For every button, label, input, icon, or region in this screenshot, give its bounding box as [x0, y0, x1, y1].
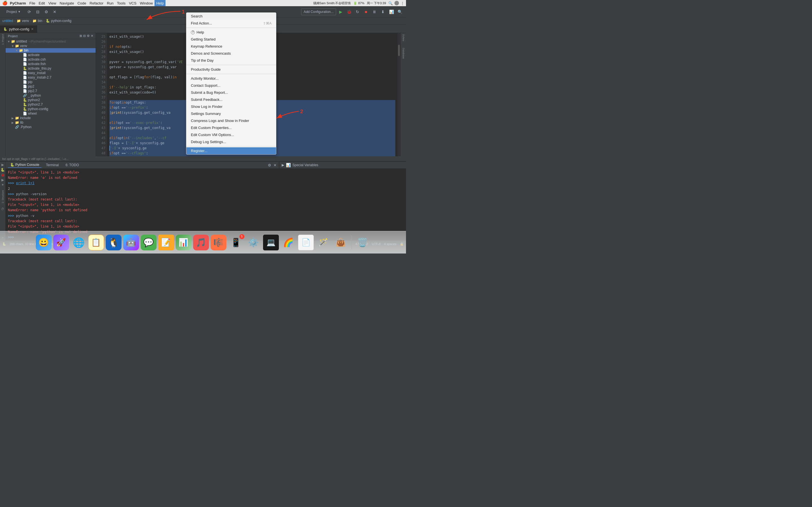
menu-vcs[interactable]: VCS [127, 0, 138, 6]
database-icon[interactable]: Database [402, 48, 405, 59]
toolbar-sync[interactable]: ⟳ [26, 8, 33, 16]
menu-navigate[interactable]: Navigate [58, 0, 75, 6]
help-menu-keymap[interactable]: Keymap Reference [186, 43, 276, 50]
help-menu-activity[interactable]: Activity Monitor... [186, 75, 276, 82]
structure-icon[interactable]: 2: Structure [1, 190, 4, 203]
help-menu-bug[interactable]: Submit a Bug Report... [186, 89, 276, 96]
help-menu-settings-summary[interactable]: Settings Summary [186, 110, 276, 117]
tree-item-pip2[interactable]: 📄 pip2 [6, 84, 96, 89]
toolbar-run[interactable]: ▶ [337, 8, 345, 16]
breadcrumb-python-config[interactable]: python-config [51, 19, 71, 23]
toolbar-collapse[interactable]: ⊟ [34, 8, 42, 16]
run-icon[interactable]: ▶ [1, 163, 4, 167]
tree-item-wheel[interactable]: 📄 wheel [6, 111, 96, 116]
dock-pycharm[interactable]: 🤖 [123, 235, 139, 250]
help-menu-getting-started[interactable]: Getting Started [186, 36, 276, 43]
help-menu-contact[interactable]: Contact Support... [186, 82, 276, 89]
help-menu-find-action[interactable]: Find Action... ⇧⌘A [186, 20, 276, 27]
help-menu-compress-logs[interactable]: Compress Logs and Show in Finder [186, 117, 276, 124]
sidebar-collapse-all[interactable]: ⊟ [83, 34, 86, 38]
toolbar-debug[interactable]: 🐞 [345, 8, 353, 16]
sidebar-expand-all[interactable]: ⊞ [80, 34, 82, 38]
search-icon[interactable]: 🔍 [388, 1, 393, 5]
help-menu-help[interactable]: ? Help [186, 29, 276, 36]
favorites-icon[interactable]: ★ [1, 183, 4, 186]
toolbar-rerun[interactable]: ↻ [354, 8, 361, 16]
left-icon-1[interactable]: 1: Project [1, 34, 4, 45]
help-menu-debug-log[interactable]: Debug Log Settings... [186, 138, 276, 145]
menu-run[interactable]: Run [105, 0, 115, 6]
expand-vars[interactable]: ▶ [282, 163, 284, 167]
console-close[interactable]: ✕ [273, 163, 276, 167]
help-menu-demos[interactable]: Demos and Screencasts [186, 50, 276, 57]
breadcrumb-venv[interactable]: venv [22, 19, 29, 23]
tree-item-python-config[interactable]: 🐍 python-config [6, 107, 96, 111]
menu-tools[interactable]: Tools [115, 0, 127, 6]
apple-menu[interactable]: 🍎 [2, 1, 8, 6]
menu-file[interactable]: File [28, 0, 37, 6]
tree-item-pip27[interactable]: 📄 pip2.7 [6, 89, 96, 93]
tab-python-config[interactable]: 🐍 python-config ✕ [0, 25, 37, 33]
tree-item-activate[interactable]: 📄 activate [6, 53, 96, 57]
help-menu-edit-props[interactable]: Edit Custom Properties... [186, 124, 276, 131]
dock-textedit[interactable]: 📄 [298, 235, 314, 250]
menu-window[interactable]: Window [138, 0, 154, 6]
help-menu-edit-vm[interactable]: Edit Custom VM Options... [186, 131, 276, 138]
tree-item-venv[interactable]: ▼ 📁 venv [6, 44, 96, 48]
help-menu-feedback[interactable]: Submit Feedback... [186, 96, 276, 103]
tree-item-pip[interactable]: 📄 pip [6, 80, 96, 84]
tree-item-easy-install[interactable]: 📄 easy_install [6, 71, 96, 75]
console-settings[interactable]: ⚙ [268, 163, 271, 167]
toolbar-stop[interactable]: ■ [362, 8, 370, 16]
tree-item-bin[interactable]: ▼ 📁 bin [6, 48, 96, 53]
menu-view[interactable]: View [47, 0, 58, 6]
tree-item-untitled[interactable]: ▼ 📁 untitled ~/PycharmProjects/untitled [6, 39, 96, 44]
toolbar-settings[interactable]: ⚙ [42, 8, 50, 16]
editor-scrollbar[interactable] [398, 33, 400, 156]
tree-item-activate-fish[interactable]: 📄 activate.fish [6, 62, 96, 66]
toolbar-close[interactable]: ✕ [51, 8, 59, 16]
help-menu-tip[interactable]: Tip of the Day [186, 57, 276, 64]
user-avatar[interactable] [395, 1, 399, 5]
help-menu-show-log[interactable]: Show Log in Finder [186, 103, 276, 110]
tree-item-python2[interactable]: 🐍 python2 [6, 98, 96, 102]
dock-launchpad[interactable]: 🚀 [53, 235, 69, 250]
tree-item-dot-python[interactable]: 🔗 .Python [6, 125, 96, 129]
breadcrumb-untitled[interactable]: untitled [2, 19, 13, 23]
tree-item-easy-install-27[interactable]: 📄 easy_install-2.7 [6, 75, 96, 80]
help-menu-register[interactable]: Register... [186, 147, 276, 154]
tab-close-button[interactable]: ✕ [31, 27, 34, 31]
add-config-button[interactable]: Add Configuration... [301, 8, 336, 15]
sview-icon[interactable]: SView [402, 34, 405, 41]
app-name[interactable]: PyCharm [10, 1, 26, 5]
help-menu-productivity[interactable]: Productivity Guide [186, 66, 276, 73]
console-tab-todo[interactable]: 6: TODO [63, 163, 81, 168]
dock-chrome[interactable]: 🌐 [71, 235, 87, 250]
tree-item-python[interactable]: 🔗 _ python [6, 93, 96, 98]
dock-wechat[interactable]: 💬 [141, 235, 156, 250]
python-console-icon[interactable]: 🐍 [1, 168, 5, 172]
menu-code[interactable]: Code [76, 0, 88, 6]
dock-music[interactable]: 🎵 [193, 235, 209, 250]
dock-downloads[interactable]: 👜 [333, 235, 349, 250]
console-tab-terminal[interactable]: Terminal [44, 163, 61, 168]
dock-notes[interactable]: 📋 [88, 235, 104, 250]
sidebar-close[interactable]: ✕ [91, 34, 93, 38]
tree-item-include[interactable]: ▶ 📁 include [6, 116, 96, 120]
more-icon[interactable]: ⋮ [401, 1, 404, 5]
menu-refactor[interactable]: Refactor [88, 0, 105, 6]
dock-finder[interactable]: 😀 [36, 235, 52, 250]
toolbar-pause[interactable]: ⏸ [370, 8, 378, 16]
dock-appstore[interactable]: 📱 5 [228, 235, 244, 250]
dock-settings[interactable]: ⚙️ [246, 235, 261, 250]
tree-item-activate-this-py[interactable]: 🐍 activate_this.py [6, 66, 96, 71]
toolbar-coverage[interactable]: 📊 [388, 8, 395, 16]
debug-icon[interactable]: 🐞 [1, 173, 5, 177]
dock-qq[interactable]: 🐧 [106, 235, 121, 250]
menu-edit[interactable]: Edit [37, 0, 47, 6]
console-content[interactable]: File "<input>", line 1, in <module> Name… [6, 169, 279, 240]
tree-item-lib[interactable]: ▶ 📁 lib [6, 120, 96, 125]
help-menu-search[interactable]: Search [186, 13, 276, 20]
toolbar-search-everywhere[interactable]: 🔍 [396, 8, 404, 16]
sidebar-settings[interactable]: ⚙ [87, 34, 90, 38]
